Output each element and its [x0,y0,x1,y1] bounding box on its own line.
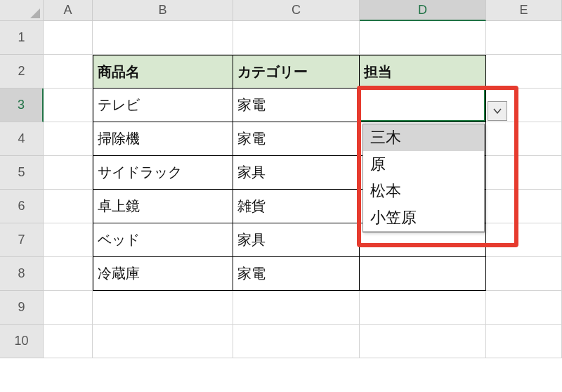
dropdown-separator [363,231,484,232]
column-header-a[interactable]: A [44,0,93,21]
column-headers: ABCDE [44,0,562,21]
cell-E8[interactable] [486,257,562,291]
cell-B3[interactable]: テレビ [93,89,233,122]
cell-B9[interactable] [93,291,233,325]
cell-B10[interactable] [93,325,233,358]
row-header-8[interactable]: 8 [0,257,44,291]
cell-E2[interactable] [486,55,562,89]
cell-B4[interactable]: 掃除機 [93,122,233,156]
row-header-2[interactable]: 2 [0,55,44,89]
cell-E9[interactable] [486,291,562,325]
dropdown-option[interactable]: 小笠原 [363,204,484,231]
cell-A10[interactable] [44,325,93,358]
row-header-4[interactable]: 4 [0,122,44,156]
column-header-d[interactable]: D [360,0,486,21]
cell-A7[interactable] [44,223,93,257]
spreadsheet: ABCDE 12345678910 商品名カテゴリー担当テレビ家電掃除機家電サイ… [0,0,562,392]
column-header-e[interactable]: E [486,0,562,21]
cell-C3[interactable]: 家電 [233,89,360,122]
row-header-6[interactable]: 6 [0,190,44,223]
cell-D9[interactable] [360,291,486,325]
cell-A4[interactable] [44,122,93,156]
dropdown-button[interactable] [488,101,507,121]
row-header-7[interactable]: 7 [0,223,44,257]
cell-D3[interactable] [360,89,486,122]
cell-E1[interactable] [486,21,562,55]
cell-E4[interactable] [486,122,562,156]
cell-C2[interactable]: カテゴリー [233,55,360,89]
cell-A9[interactable] [44,291,93,325]
cell-A3[interactable] [44,89,93,122]
cell-C4[interactable]: 家電 [233,122,360,156]
cell-B2[interactable]: 商品名 [93,55,233,89]
select-all-corner[interactable] [0,0,44,21]
cell-A1[interactable] [44,21,93,55]
cell-D1[interactable] [360,21,486,55]
chevron-down-icon [493,108,502,114]
cell-E10[interactable] [486,325,562,358]
cell-D8[interactable] [360,257,486,291]
validation-dropdown: 三木原松本小笠原 [362,124,485,233]
cell-A2[interactable] [44,55,93,89]
cell-C9[interactable] [233,291,360,325]
row-header-9[interactable]: 9 [0,291,44,325]
cell-A8[interactable] [44,257,93,291]
cell-A5[interactable] [44,156,93,190]
cell-E7[interactable] [486,223,562,257]
cell-C6[interactable]: 雑貨 [233,190,360,223]
row-headers: 12345678910 [0,21,44,358]
cell-C10[interactable] [233,325,360,358]
cell-E6[interactable] [486,190,562,223]
row-header-1[interactable]: 1 [0,21,44,55]
dropdown-option[interactable]: 原 [363,151,484,178]
column-header-b[interactable]: B [93,0,233,21]
cell-B1[interactable] [93,21,233,55]
dropdown-option[interactable]: 三木 [363,124,484,151]
cell-D10[interactable] [360,325,486,358]
cell-A6[interactable] [44,190,93,223]
cell-B6[interactable]: 卓上鏡 [93,190,233,223]
cell-B5[interactable]: サイドラック [93,156,233,190]
row-header-5[interactable]: 5 [0,156,44,190]
cell-B8[interactable]: 冷蔵庫 [93,257,233,291]
cell-D2[interactable]: 担当 [360,55,486,89]
cell-C1[interactable] [233,21,360,55]
column-header-c[interactable]: C [233,0,360,21]
dropdown-option[interactable]: 松本 [363,178,484,204]
row-header-10[interactable]: 10 [0,325,44,358]
cell-E5[interactable] [486,156,562,190]
cell-C7[interactable]: 家具 [233,223,360,257]
cell-C8[interactable]: 家電 [233,257,360,291]
row-header-3[interactable]: 3 [0,89,44,122]
cell-B7[interactable]: ベッド [93,223,233,257]
cell-C5[interactable]: 家具 [233,156,360,190]
